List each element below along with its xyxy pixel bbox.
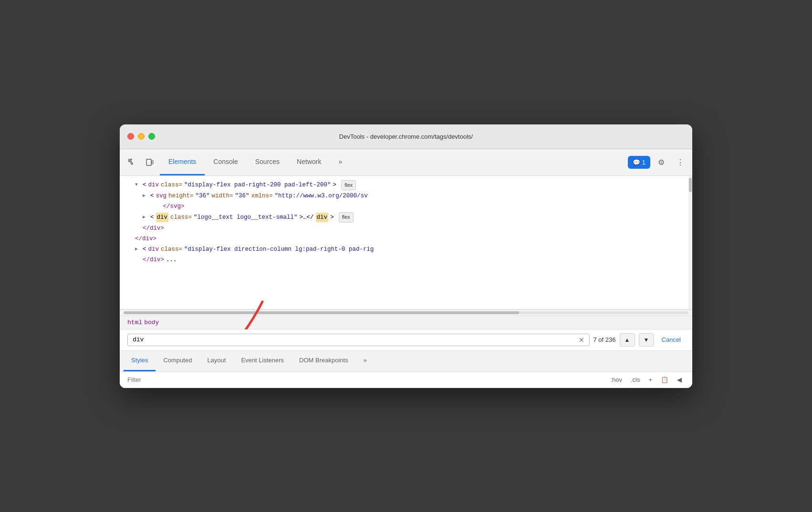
filter-bar: :hov .cls + 📋 ◀: [120, 372, 692, 388]
search-input[interactable]: [133, 336, 579, 343]
filter-actions: :hov .cls + 📋 ◀: [607, 375, 685, 385]
gear-icon: ⚙: [658, 158, 665, 167]
sub-tabs: Styles Computed Layout Event Listeners D…: [120, 351, 692, 372]
highlighted-tag: div: [156, 213, 169, 222]
title-bar: DevTools - developer.chrome.com/tags/dev…: [120, 124, 692, 149]
new-rule-icon: 📋: [661, 376, 668, 383]
traffic-lights: [127, 133, 155, 140]
search-cancel-button[interactable]: Cancel: [658, 334, 685, 345]
inspect-element-button[interactable]: [124, 154, 140, 170]
flex-badge: flex: [339, 212, 354, 223]
add-style-button[interactable]: +: [645, 375, 655, 385]
expand-arrow[interactable]: [135, 246, 141, 253]
html-line[interactable]: <div class="logo__text logo__text-small"…: [120, 212, 692, 223]
search-bar: ✕ 7 of 236 ▲ ▼ Cancel: [120, 329, 692, 351]
search-count: 7 of 236: [593, 336, 616, 343]
more-options-button[interactable]: ⋮: [672, 154, 688, 170]
chevron-down-icon: ▼: [644, 337, 649, 343]
flex-badge: flex: [341, 180, 356, 191]
chevron-up-icon: ▲: [625, 337, 630, 343]
search-input-wrapper: ✕: [127, 334, 590, 346]
tab-sources[interactable]: Sources: [247, 149, 288, 175]
scrollbar-thumb: [124, 311, 519, 314]
scrollbar-thumb: [689, 178, 692, 192]
window-title: DevTools - developer.chrome.com/tags/dev…: [339, 133, 473, 140]
expand-arrow[interactable]: [143, 214, 148, 221]
tab-more-sub[interactable]: »: [356, 351, 375, 371]
search-clear-button[interactable]: ✕: [579, 336, 584, 344]
search-prev-button[interactable]: ▲: [620, 333, 635, 347]
svg-rect-0: [146, 159, 151, 165]
tab-dom-breakpoints[interactable]: DOM Breakpoints: [291, 351, 356, 371]
tab-layout[interactable]: Layout: [199, 351, 233, 371]
highlighted-tag: div: [316, 213, 329, 222]
devtools-panel: Elements Console Sources Network » 💬: [120, 149, 692, 388]
toggle-sidebar-icon: ◀: [677, 376, 682, 383]
breadcrumb-bar: html body: [120, 316, 692, 329]
minimize-button[interactable]: [138, 133, 145, 140]
search-next-button[interactable]: ▼: [639, 333, 654, 347]
html-line[interactable]: </div> ...: [120, 255, 692, 265]
tab-network[interactable]: Network: [288, 149, 330, 175]
toolbar-right: 💬 1 ⚙ ⋮: [628, 154, 688, 170]
toggle-sidebar-button[interactable]: ◀: [674, 375, 685, 385]
plus-icon: +: [648, 376, 652, 383]
close-button[interactable]: [127, 133, 134, 140]
devtools-window: DevTools - developer.chrome.com/tags/dev…: [120, 124, 692, 388]
notification-button[interactable]: 💬 1: [628, 156, 650, 169]
more-icon: ⋮: [677, 158, 684, 167]
html-line[interactable]: <div class="display-flex direction-colum…: [120, 244, 692, 255]
main-tabs: Elements Console Sources Network »: [160, 149, 626, 175]
html-line[interactable]: </svg>: [120, 201, 692, 212]
settings-button[interactable]: ⚙: [653, 154, 669, 170]
horizontal-scrollbar[interactable]: [120, 309, 692, 316]
elements-panel: <div class="display-flex pad-right-200 p…: [120, 176, 692, 309]
scrollbar-track: [124, 311, 688, 314]
tab-event-listeners[interactable]: Event Listeners: [233, 351, 291, 371]
maximize-button[interactable]: [148, 133, 155, 140]
tab-computed[interactable]: Computed: [156, 351, 199, 371]
vertical-scrollbar[interactable]: [688, 176, 692, 309]
device-toolbar-button[interactable]: [142, 154, 158, 170]
tab-elements[interactable]: Elements: [160, 149, 205, 175]
html-line[interactable]: <svg height="36" width="36" xmlns="http:…: [120, 191, 692, 201]
html-line[interactable]: <div class="display-flex pad-right-200 p…: [120, 180, 692, 191]
annotation-area: ✕ 7 of 236 ▲ ▼ Cancel: [120, 329, 692, 351]
breadcrumb-html[interactable]: html: [127, 319, 142, 326]
breadcrumb-body[interactable]: body: [144, 319, 159, 326]
tab-console[interactable]: Console: [205, 149, 246, 175]
filter-input[interactable]: [127, 376, 604, 383]
expand-arrow[interactable]: [135, 181, 141, 189]
hov-button[interactable]: :hov: [607, 375, 625, 385]
more-tabs-icon: »: [364, 357, 367, 364]
html-line[interactable]: </div>: [120, 234, 692, 244]
new-style-rule-button[interactable]: 📋: [658, 375, 671, 385]
devtools-toolbar: Elements Console Sources Network » 💬: [120, 149, 692, 176]
svg-rect-1: [152, 161, 153, 164]
html-line[interactable]: </div>: [120, 223, 692, 234]
tab-styles[interactable]: Styles: [124, 351, 156, 371]
cls-button[interactable]: .cls: [628, 375, 643, 385]
expand-arrow[interactable]: [143, 192, 148, 200]
tab-more[interactable]: »: [330, 149, 351, 175]
